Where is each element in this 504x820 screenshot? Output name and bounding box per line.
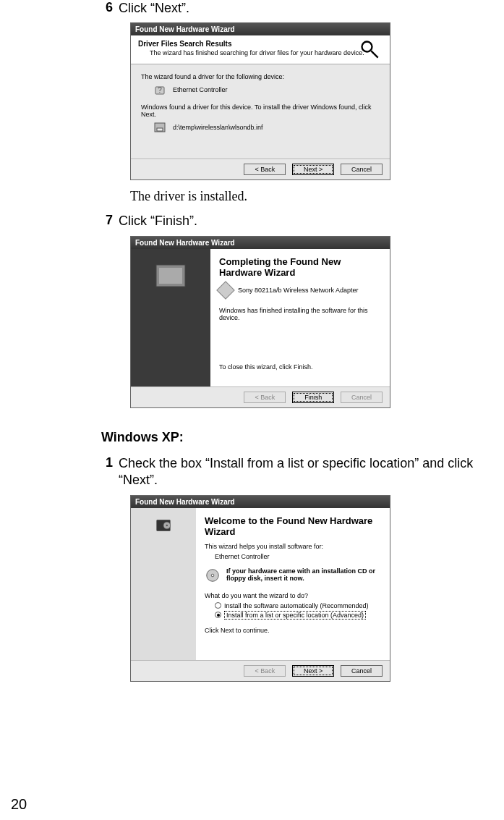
dialog3-help-line: This wizard helps you install software f… [205,543,381,550]
xp-step-1-text: Check the box “Install from a list or sp… [119,455,475,489]
dialog1-install-line: Windows found a driver for this device. … [141,103,380,118]
svg-text:?: ? [158,86,162,94]
dialog1-buttons: < Back Next > Cancel [131,158,390,179]
svg-line-1 [371,51,377,58]
dialog3-titlebar: Found New Hardware Wizard [131,496,390,508]
xp-step-1: 1 Check the box “Install from a list or … [101,455,475,489]
dialog3-body: Welcome to the Found New Hardware Wizard… [131,508,390,660]
dialog-driver-search: Found New Hardware Wizard Driver Files S… [130,22,390,180]
cancel-button[interactable]: Cancel [341,665,383,677]
dialog-welcome-xp: Found New Hardware Wizard Welcome to the… [130,495,390,682]
dialog1-path-row: d:\temp\wirelesslan\wlsondb.inf [153,121,380,134]
back-button[interactable]: < Back [244,164,286,175]
driver-installed-text: The driver is installed. [130,189,475,204]
dialog1-header: Driver Files Search Results The wizard h… [131,35,390,64]
radio-checked-icon [215,612,221,618]
dialog3-continue: Click Next to continue. [205,627,381,634]
dialog-3-wrap: Found New Hardware Wizard Welcome to the… [130,495,475,682]
step-6: 6 Click “Next”. [101,0,475,17]
dialog3-device: Ethernet Controller [215,553,381,560]
cancel-button: Cancel [341,392,383,403]
search-icon [359,40,380,59]
radio-specific-label: Install from a list or specific location… [224,611,366,620]
radio-auto[interactable]: Install the software automatically (Reco… [215,602,381,609]
disk-icon [153,121,167,134]
dialog3-right: Welcome to the Found New Hardware Wizard… [196,508,390,660]
dialog1-found-line: The wizard found a driver for the follow… [141,73,380,80]
cd-icon [205,567,221,585]
dialog2-done-line: Windows has finished installing the soft… [219,307,381,321]
dialog1-device-row: ? Ethernet Controller [153,83,380,96]
xp-step-1-number: 1 [101,455,119,489]
dialog2-right: Completing the Found New Hardware Wizard… [210,249,390,386]
dialog3-cd-bold: If your hardware came with an installati… [226,567,381,582]
dialog3-banner-graphic [131,508,196,660]
dialog2-buttons: < Back Finish Cancel [131,386,390,407]
svg-point-12 [211,574,214,577]
step-7: 7 Click “Finish”. [101,213,475,229]
dialog2-heading: Completing the Found New Hardware Wizard [219,256,381,278]
back-button: < Back [244,665,286,677]
dialog2-titlebar: Found New Hardware Wizard [131,237,390,249]
dialog1-titlebar: Found New Hardware Wizard [131,23,390,35]
svg-rect-7 [159,268,182,284]
radio-specific[interactable]: Install from a list or specific location… [215,611,381,620]
page-number: 20 [11,796,27,813]
dialog-1-wrap: Found New Hardware Wizard Driver Files S… [130,22,475,180]
svg-point-10 [166,524,168,525]
step-6-text: Click “Next”. [119,0,189,17]
dialog1-path: d:\temp\wirelesslan\wlsondb.inf [173,124,263,131]
step-7-text: Click “Finish”. [119,213,197,229]
dialog3-prompt: What do you want the wizard to do? [205,592,381,599]
dialog3-heading: Welcome to the Found New Hardware Wizard [205,515,381,537]
dialog1-sub: The wizard has finished searching for dr… [150,49,383,56]
dialog2-close-line: To close this wizard, click Finish. [219,363,381,371]
dialog1-heading: Driver Files Search Results [138,40,383,48]
next-button[interactable]: Next > [292,164,334,175]
svg-point-0 [362,42,372,52]
dialog2-device-row: Sony 80211a/b Wireless Network Adapter [219,284,381,297]
dialog-completing: Found New Hardware Wizard Completing the… [130,236,390,408]
windows-xp-heading: Windows XP: [101,430,475,445]
hardware-icon [155,517,172,536]
question-icon: ? [153,83,167,96]
dialog3-buttons: < Back Next > Cancel [131,660,390,681]
dialog2-banner-graphic [131,249,210,386]
cancel-button[interactable]: Cancel [341,164,383,175]
adapter-icon [216,281,234,299]
next-button[interactable]: Next > [292,665,334,677]
back-button: < Back [244,392,286,403]
dialog2-body: Completing the Found New Hardware Wizard… [131,249,390,386]
dialog1-body: The wizard found a driver for the follow… [131,64,390,158]
dialog3-cd-row: If your hardware came with an installati… [205,567,381,585]
radio-auto-label: Install the software automatically (Reco… [224,602,369,609]
svg-rect-5 [157,128,163,131]
step-6-number: 6 [101,0,119,17]
finish-button[interactable]: Finish [292,392,334,403]
step-7-number: 7 [101,213,119,229]
dialog-2-wrap: Found New Hardware Wizard Completing the… [130,236,475,408]
dialog2-device: Sony 80211a/b Wireless Network Adapter [238,287,359,294]
radio-unchecked-icon [215,602,221,609]
dialog1-device: Ethernet Controller [173,86,228,93]
